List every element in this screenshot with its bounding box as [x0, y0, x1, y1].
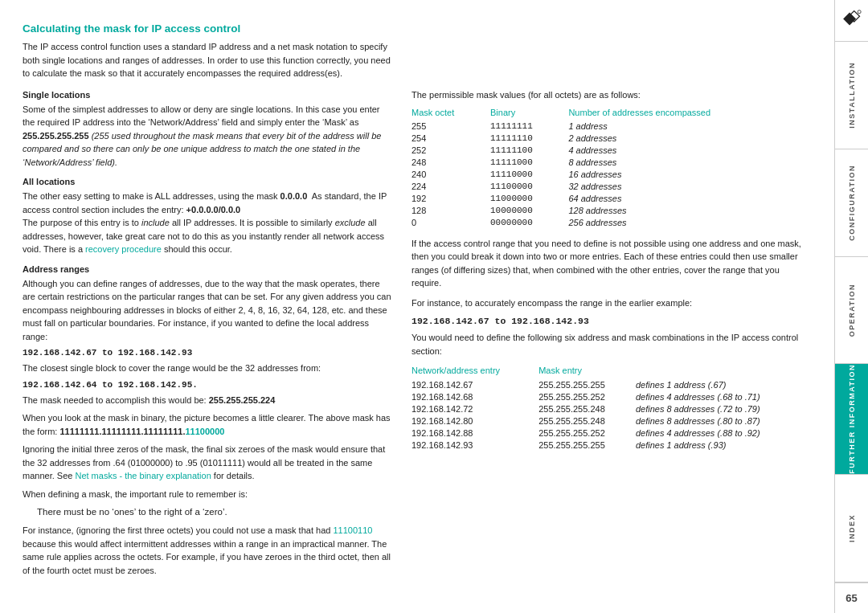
mask-binary-cell: 11111111 — [490, 121, 568, 133]
mask-binary-cell: 11000000 — [490, 193, 568, 205]
mask-octet-cell: 255 — [411, 121, 490, 133]
bad-mask-explanation: For instance, (ignoring the first three … — [23, 524, 392, 577]
access-mask-cell: 255.255.255.252 — [538, 390, 636, 403]
mask-binary-cell: 11111110 — [490, 133, 568, 145]
mask-octet-cell: 254 — [411, 133, 490, 145]
mask-table-row: 240 11110000 16 addresses — [411, 169, 812, 181]
access-network-cell: 192.168.142.93 — [411, 439, 538, 451]
mask-table-header-addresses: Number of addresses encompassed — [568, 106, 812, 121]
sidebar-tab-installation[interactable]: Installation — [835, 42, 868, 149]
sidebar-tab-label-operation: Operation — [848, 284, 856, 337]
access-table-row: 192.168.142.72 255.255.255.248 defines 8… — [411, 403, 812, 415]
mask-octet-cell: 128 — [411, 205, 490, 217]
mask-binary-cell: 11110000 — [490, 169, 568, 181]
mask-desc-cell: 32 addresses — [568, 181, 812, 193]
single-locations-heading: Single locations — [23, 90, 392, 100]
access-network-cell: 192.168.142.68 — [411, 390, 538, 403]
svg-rect-0 — [843, 12, 856, 25]
access-desc-cell: defines 4 addresses (.88 to .92) — [636, 427, 812, 439]
sidebar-tab-operation[interactable]: Operation — [835, 257, 868, 365]
mask-desc-cell: 1 address — [568, 121, 812, 133]
range-explanation-1: If the access control range that you nee… — [411, 237, 812, 290]
mask-octet-cell: 252 — [411, 145, 490, 157]
binary-explanation-2: Ignoring the initial three zeros of the … — [23, 443, 392, 483]
svg-point-2 — [858, 10, 861, 13]
sidebar-tab-label-index: Index — [848, 514, 856, 542]
access-mask-cell: 255.255.255.248 — [538, 403, 636, 415]
permissible-text: The permissible mask values (for all oct… — [411, 90, 812, 100]
mask-octet-cell: 192 — [411, 193, 490, 205]
right-column: The permissible mask values (for all oct… — [411, 90, 812, 598]
access-network-cell: 192.168.142.67 — [411, 378, 538, 390]
access-table-header-network: Network/address entry — [411, 364, 538, 378]
access-table: Network/address entry Mask entry 192.168… — [411, 364, 812, 451]
range-code-1: 192.168.142.67 to 192.168.142.93 — [23, 348, 392, 358]
mask-desc-cell: 8 addresses — [568, 157, 812, 169]
mask-table-row: 252 11111100 4 addresses — [411, 145, 812, 157]
mask-accomplish-text: The mask needed to accomplish this would… — [23, 394, 392, 407]
mask-octet-cell: 0 — [411, 217, 490, 229]
page-number: 65 — [835, 582, 868, 613]
mask-binary-cell: 11111000 — [490, 157, 568, 169]
mask-desc-cell: 256 addresses — [568, 217, 812, 229]
address-ranges-body: Although you can define ranges of addres… — [23, 277, 392, 344]
mask-binary-cell: 00000000 — [490, 217, 568, 229]
access-desc-cell: defines 4 addresses (.68 to .71) — [636, 390, 812, 403]
mask-desc-cell: 16 addresses — [568, 169, 812, 181]
access-table-row: 192.168.142.88 255.255.255.252 defines 4… — [411, 427, 812, 439]
all-locations-body: The other easy setting to make is ALL ad… — [23, 190, 392, 256]
mask-table-row: 254 11111110 2 addresses — [411, 133, 812, 145]
mask-table-row: 192 11000000 64 addresses — [411, 193, 812, 205]
mask-table-row: 128 10000000 128 addresses — [411, 205, 812, 217]
sidebar-tab-label-configuration: Configuration — [848, 165, 856, 241]
access-table-row: 192.168.142.80 255.255.255.248 defines 8… — [411, 415, 812, 427]
range-code-right: 192.168.142.67 to 192.168.142.93 — [411, 316, 812, 326]
mask-desc-cell: 4 addresses — [568, 145, 812, 157]
sidebar-tab-further-information[interactable]: Further Information — [835, 364, 868, 475]
access-mask-cell: 255.255.255.252 — [538, 427, 636, 439]
access-desc-cell: defines 1 address (.93) — [636, 439, 812, 451]
closest-block-text: The closest single block to cover the ra… — [23, 362, 392, 375]
binary-explanation: When you look at the mask in binary, the… — [23, 411, 392, 438]
access-network-cell: 192.168.142.80 — [411, 415, 538, 427]
mask-binary-cell: 11111100 — [490, 145, 568, 157]
sidebar-tab-label-further-information: Further Information — [848, 364, 856, 474]
range-explanation-2: For instance, to accurately encompass th… — [411, 296, 812, 310]
intro-text: The IP access control function uses a st… — [23, 40, 392, 80]
access-desc-cell: defines 1 address (.67) — [636, 378, 812, 390]
all-locations-heading: All locations — [23, 177, 392, 186]
mask-table-header-octet: Mask octet — [411, 106, 490, 121]
mask-table: Mask octet Binary Number of addresses en… — [411, 106, 812, 229]
address-ranges-heading: Address ranges — [23, 264, 392, 274]
mask-desc-cell: 128 addresses — [568, 205, 812, 217]
netmasks-link[interactable]: Net masks - the binary explanation — [75, 471, 211, 480]
access-mask-cell: 255.255.255.248 — [538, 415, 636, 427]
access-network-cell: 192.168.142.72 — [411, 403, 538, 415]
access-table-row: 192.168.142.93 255.255.255.255 defines 1… — [411, 439, 812, 451]
access-network-cell: 192.168.142.88 — [411, 427, 538, 439]
mask-table-header-binary: Binary — [490, 106, 568, 121]
access-desc-cell: defines 8 addresses (.72 to .79) — [636, 403, 812, 415]
mask-desc-cell: 2 addresses — [568, 133, 812, 145]
access-table-row: 192.168.142.68 255.255.255.252 defines 4… — [411, 390, 812, 403]
single-locations-body: Some of the simplest addresses to allow … — [23, 103, 392, 170]
mask-binary-cell: 10000000 — [490, 205, 568, 217]
sidebar-tab-label-installation: Installation — [848, 62, 856, 129]
mask-octet-cell: 240 — [411, 169, 490, 181]
access-mask-cell: 255.255.255.255 — [538, 439, 636, 451]
mask-table-row: 0 00000000 256 addresses — [411, 217, 812, 229]
right-sidebar: InstallationConfigurationOperationFurthe… — [834, 0, 868, 613]
mask-table-row: 224 11100000 32 addresses — [411, 181, 812, 193]
sidebar-tab-configuration[interactable]: Configuration — [835, 149, 868, 257]
sidebar-tab-index[interactable]: Index — [835, 475, 868, 582]
recovery-link[interactable]: recovery procedure — [85, 244, 162, 254]
range-code-2: 192.168.142.64 to 192.168.142.95. — [23, 380, 392, 390]
sidebar-tabs: InstallationConfigurationOperationFurthe… — [835, 42, 868, 582]
access-table-row: 192.168.142.67 255.255.255.255 defines 1… — [411, 378, 812, 390]
page-title: Calculating the mask for IP access contr… — [23, 22, 812, 35]
mask-octet-cell: 224 — [411, 181, 490, 193]
mask-table-row: 248 11111000 8 addresses — [411, 157, 812, 169]
access-desc-cell: defines 8 addresses (.80 to .87) — [636, 415, 812, 427]
sidebar-logo — [835, 0, 868, 42]
two-col-layout: Single locations Some of the simplest ad… — [23, 90, 812, 598]
